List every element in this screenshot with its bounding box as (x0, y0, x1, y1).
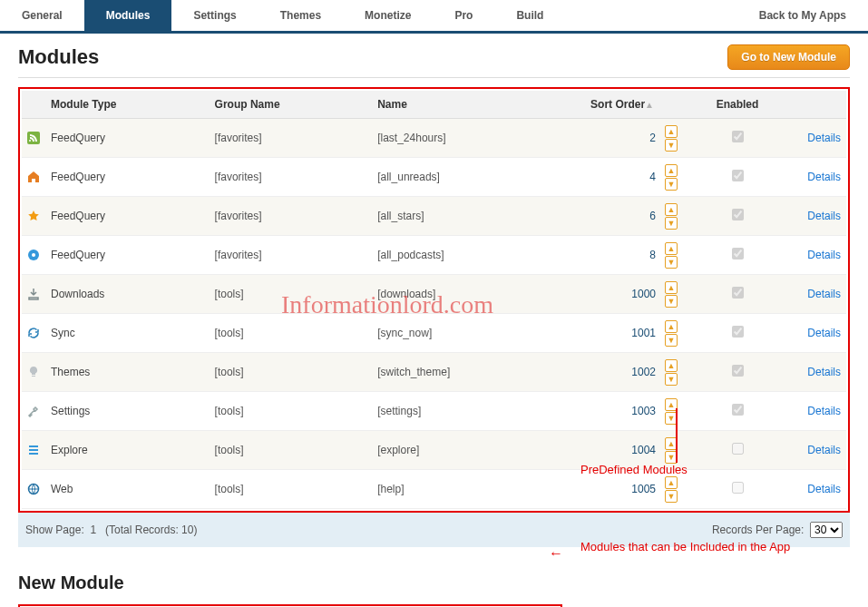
col-name[interactable]: Name (372, 91, 551, 119)
col-enabled[interactable]: Enabled (692, 91, 783, 119)
col-sort-order[interactable]: Sort Order▲ (551, 91, 659, 119)
details-link[interactable]: Details (807, 171, 841, 183)
enabled-checkbox[interactable] (732, 404, 744, 416)
cell-module-type: FeedQuery (45, 236, 210, 275)
move-up-button[interactable]: ▲ (665, 242, 678, 255)
details-link[interactable]: Details (807, 327, 841, 339)
move-down-button[interactable]: ▼ (665, 139, 678, 152)
cell-group-name: [tools] (210, 431, 373, 470)
annotation-arrow-icon: ← (549, 545, 563, 562)
cell-group-name: [tools] (210, 353, 373, 392)
bulb-icon (22, 353, 45, 392)
cell-sort-order: 8 (551, 236, 659, 275)
move-up-button[interactable]: ▲ (665, 125, 678, 138)
cell-name: [sync_now] (372, 314, 551, 353)
home-icon (22, 158, 45, 197)
move-down-button[interactable]: ▼ (665, 334, 678, 347)
enabled-checkbox[interactable] (732, 170, 744, 181)
annotation-included: Modules that can be Included in the App (580, 540, 790, 553)
details-link[interactable]: Details (807, 249, 841, 261)
cell-name: [all_podcasts] (372, 236, 551, 275)
cell-sort-order: 2 (551, 119, 659, 158)
table-row: Web[tools][help]1005▲ ▼Details (22, 470, 846, 509)
table-row: Sync[tools][sync_now]1001▲ ▼Details (22, 314, 846, 353)
table-row: Explore[tools][explore]1004▲ ▼Details (22, 431, 846, 470)
tab-themes[interactable]: Themes (258, 0, 343, 31)
tab-pro[interactable]: Pro (433, 0, 494, 31)
total-records: (Total Records: 10) (105, 524, 197, 536)
cell-name: [all_stars] (372, 197, 551, 236)
table-row: FeedQuery[favorites][all_stars]6▲ ▼Detai… (22, 197, 846, 236)
details-link[interactable]: Details (807, 483, 841, 495)
cell-sort-order: 1001 (551, 314, 659, 353)
move-down-button[interactable]: ▼ (665, 490, 678, 503)
cell-module-type: FeedQuery (45, 119, 210, 158)
move-up-button[interactable]: ▲ (665, 164, 678, 177)
details-link[interactable]: Details (807, 210, 841, 222)
move-down-button[interactable]: ▼ (665, 256, 678, 269)
svg-rect-0 (27, 132, 40, 144)
cell-group-name: [tools] (210, 275, 373, 314)
enabled-checkbox[interactable] (732, 209, 744, 220)
pod-icon (22, 236, 45, 275)
cell-group-name: [tools] (210, 392, 373, 431)
current-page: 1 (90, 524, 96, 536)
cell-module-type: Web (45, 470, 210, 509)
annotation-predefined: PreDefined Modules (580, 463, 688, 476)
col-module-type[interactable]: Module Type (45, 91, 210, 119)
details-link[interactable]: Details (807, 288, 841, 300)
list-icon (22, 431, 45, 470)
cell-module-type: Downloads (45, 275, 210, 314)
enabled-checkbox[interactable] (732, 365, 744, 377)
go-to-new-module-button[interactable]: Go to New Module (727, 44, 850, 70)
sync-icon (22, 314, 45, 353)
cell-name: [settings] (372, 392, 551, 431)
cell-module-type: Settings (45, 392, 210, 431)
move-down-button[interactable]: ▼ (665, 295, 678, 308)
table-row: Downloads[tools][downloads]1000▲ ▼Detail… (22, 275, 846, 314)
move-down-button[interactable]: ▼ (665, 373, 678, 386)
move-up-button[interactable]: ▲ (665, 281, 678, 294)
cell-group-name: [favorites] (210, 197, 373, 236)
tab-monetize[interactable]: Monetize (343, 0, 433, 31)
details-link[interactable]: Details (807, 405, 841, 417)
enabled-checkbox[interactable] (732, 443, 744, 455)
table-row: FeedQuery[favorites][last_24hours]2▲ ▼De… (22, 119, 846, 158)
cell-group-name: [favorites] (210, 158, 373, 197)
cell-sort-order: 4 (551, 158, 659, 197)
tools-icon (22, 392, 45, 431)
table-row: FeedQuery[favorites][all_unreads]4▲ ▼Det… (22, 158, 846, 197)
move-up-button[interactable]: ▲ (665, 320, 678, 333)
details-link[interactable]: Details (807, 132, 841, 144)
records-per-page-select[interactable]: 30 (810, 522, 843, 538)
cell-sort-order: 6 (551, 197, 659, 236)
enabled-checkbox[interactable] (732, 482, 744, 494)
svg-point-2 (32, 253, 35, 257)
enabled-checkbox[interactable] (732, 287, 744, 299)
sort-asc-icon: ▲ (645, 100, 654, 110)
details-link[interactable]: Details (807, 444, 841, 456)
move-up-button[interactable]: ▲ (665, 476, 678, 489)
rpp-label: Records Per Page: (712, 524, 804, 536)
globe-icon (22, 470, 45, 509)
new-module-heading: New Module (18, 573, 850, 593)
enabled-checkbox[interactable] (732, 131, 744, 142)
tab-modules[interactable]: Modules (84, 0, 172, 31)
tab-back-to-my-apps[interactable]: Back to My Apps (737, 0, 868, 31)
cell-group-name: [tools] (210, 314, 373, 353)
move-down-button[interactable]: ▼ (665, 217, 678, 230)
move-up-button[interactable]: ▲ (665, 359, 678, 372)
move-up-button[interactable]: ▲ (665, 203, 678, 216)
col-group-name[interactable]: Group Name (210, 91, 373, 119)
enabled-checkbox[interactable] (732, 326, 744, 338)
page-title: Modules (18, 45, 99, 69)
table-row: FeedQuery[favorites][all_podcasts]8▲ ▼De… (22, 236, 846, 275)
move-down-button[interactable]: ▼ (665, 178, 678, 191)
tab-build[interactable]: Build (494, 0, 565, 31)
tab-settings[interactable]: Settings (171, 0, 258, 31)
cell-name: [all_unreads] (372, 158, 551, 197)
details-link[interactable]: Details (807, 366, 841, 378)
tab-general[interactable]: General (0, 0, 84, 31)
enabled-checkbox[interactable] (732, 248, 744, 259)
annotation-line (676, 408, 678, 463)
